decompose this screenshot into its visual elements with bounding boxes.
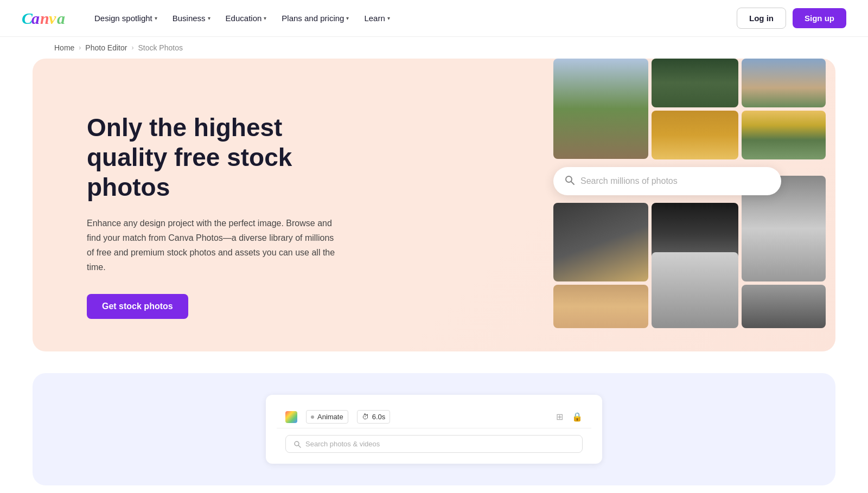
photo-mortar-bowl — [553, 203, 648, 281]
time-button[interactable]: ⏱ 6.0s — [357, 410, 391, 424]
nav-plans-pricing[interactable]: Plans and pricing ▾ — [275, 9, 355, 27]
get-stock-photos-button[interactable]: Get stock photos — [87, 294, 188, 319]
clock-icon: ⏱ — [362, 413, 369, 421]
photo-row-1b — [553, 111, 835, 159]
logo[interactable]: C a n v a — [22, 8, 71, 29]
color-icon — [285, 411, 297, 423]
chevron-down-icon: ▾ — [346, 15, 349, 21]
nav-learn[interactable]: Learn ▾ — [358, 9, 396, 27]
svg-line-6 — [571, 182, 574, 184]
hero-title: Only the highest quality free stock phot… — [87, 113, 358, 203]
photo-road — [742, 285, 826, 328]
breadcrumb-sep-2: › — [131, 44, 133, 52]
editor-preview: Animate ⏱ 6.0s ⊞ 🔒 Search photos & video… — [266, 395, 602, 464]
breadcrumb-stock-photos: Stock Photos — [138, 43, 183, 52]
photo-face — [553, 285, 648, 328]
breadcrumb-sep-1: › — [79, 44, 81, 52]
chevron-down-icon: ▾ — [208, 15, 210, 21]
nav-design-spotlight[interactable]: Design spotlight ▾ — [88, 9, 164, 27]
login-button[interactable]: Log in — [737, 8, 786, 29]
navbar-actions: Log in Sign up — [737, 8, 846, 29]
hero-section: Only the highest quality free stock phot… — [33, 59, 835, 351]
breadcrumb-photo-editor[interactable]: Photo Editor — [85, 43, 127, 52]
nav-education[interactable]: Education ▾ — [219, 9, 273, 27]
search-icon — [564, 175, 575, 188]
chevron-down-icon: ▾ — [264, 15, 266, 21]
svg-text:a: a — [31, 9, 40, 27]
search-bar[interactable]: Search millions of photos — [553, 167, 781, 195]
signup-button[interactable]: Sign up — [793, 8, 846, 28]
hero-content: Only the highest quality free stock phot… — [87, 91, 358, 319]
photo-balloons-2 — [742, 111, 826, 159]
chevron-down-icon: ▾ — [155, 15, 157, 21]
panel-search[interactable]: Search photos & videos — [285, 435, 583, 453]
breadcrumb-home[interactable]: Home — [54, 43, 74, 52]
photo-row-3 — [553, 285, 835, 328]
svg-line-8 — [298, 445, 301, 447]
dot-icon — [311, 415, 314, 419]
search-placeholder: Search millions of photos — [580, 176, 770, 186]
svg-text:n: n — [40, 9, 49, 27]
editor-toolbar: Animate ⏱ 6.0s ⊞ 🔒 — [277, 406, 591, 428]
photo-balloons — [742, 59, 826, 107]
section-2: Animate ⏱ 6.0s ⊞ 🔒 Search photos & video… — [33, 373, 835, 485]
animate-button[interactable]: Animate — [306, 410, 348, 424]
svg-text:v: v — [49, 9, 56, 27]
navbar: C a n v a Design spotlight ▾ Business ▾ … — [0, 0, 868, 37]
svg-text:a: a — [57, 9, 65, 27]
chevron-down-icon: ▾ — [387, 15, 390, 21]
hero-description: Enhance any design project with the perf… — [87, 216, 336, 275]
breadcrumb: Home › Photo Editor › Stock Photos — [0, 37, 868, 59]
photo-food-bowl — [652, 59, 738, 107]
lock-icon: 🔒 — [572, 412, 583, 422]
nav-links: Design spotlight ▾ Business ▾ Education … — [88, 9, 737, 27]
nav-business[interactable]: Business ▾ — [166, 9, 217, 27]
photo-grid: Search millions of photos — [553, 59, 835, 328]
photo-arch — [652, 111, 738, 159]
photo-woman — [652, 252, 738, 328]
grid-icon: ⊞ — [556, 412, 563, 422]
